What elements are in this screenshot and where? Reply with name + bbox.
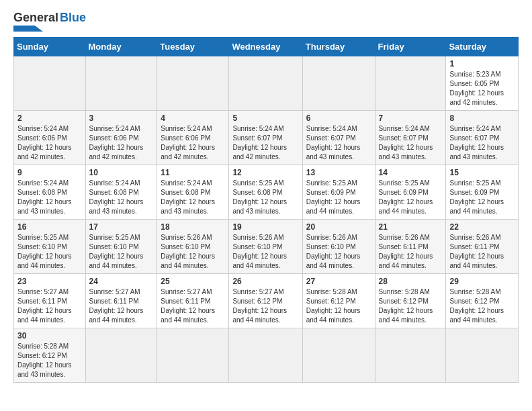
day-info: Sunrise: 5:23 AM Sunset: 6:05 PM Dayligh… [449,70,515,107]
calendar-cell: 15Sunrise: 5:25 AM Sunset: 6:09 PM Dayli… [446,165,519,220]
day-info: Sunrise: 5:27 AM Sunset: 6:11 PM Dayligh… [89,287,154,325]
day-number: 19 [232,222,298,232]
calendar-cell: 3Sunrise: 5:24 AM Sunset: 6:06 PM Daylig… [85,111,157,165]
weekday-header-row: SundayMondayTuesdayWednesdayThursdayFrid… [14,38,519,56]
calendar-cell: 22Sunrise: 5:26 AM Sunset: 6:11 PM Dayli… [446,220,519,274]
calendar-cell: 12Sunrise: 5:25 AM Sunset: 6:08 PM Dayli… [229,165,302,220]
weekday-header-thursday: Thursday [302,38,375,56]
calendar-cell [229,328,302,383]
calendar-cell [85,328,157,383]
calendar-cell: 30Sunrise: 5:28 AM Sunset: 6:12 PM Dayli… [14,328,86,383]
calendar-cell: 28Sunrise: 5:28 AM Sunset: 6:12 PM Dayli… [375,274,446,328]
calendar-cell: 25Sunrise: 5:27 AM Sunset: 6:11 PM Dayli… [157,274,229,328]
day-info: Sunrise: 5:24 AM Sunset: 6:07 PM Dayligh… [306,124,371,162]
day-info: Sunrise: 5:24 AM Sunset: 6:07 PM Dayligh… [232,124,298,162]
logo: General Blue [13,11,86,32]
calendar-cell: 24Sunrise: 5:27 AM Sunset: 6:11 PM Dayli… [85,274,157,328]
day-info: Sunrise: 5:25 AM Sunset: 6:09 PM Dayligh… [449,179,515,216]
day-info: Sunrise: 5:24 AM Sunset: 6:06 PM Dayligh… [17,124,82,162]
day-number: 15 [449,168,515,177]
calendar-cell: 29Sunrise: 5:28 AM Sunset: 6:12 PM Dayli… [446,274,519,328]
day-number: 24 [89,277,154,286]
weekday-header-sunday: Sunday [14,38,86,56]
calendar-cell: 9Sunrise: 5:24 AM Sunset: 6:08 PM Daylig… [14,165,86,220]
day-number: 1 [449,59,515,68]
calendar-cell: 23Sunrise: 5:27 AM Sunset: 6:11 PM Dayli… [14,274,86,328]
calendar-cell: 17Sunrise: 5:25 AM Sunset: 6:10 PM Dayli… [85,220,157,274]
day-number: 2 [17,113,82,123]
calendar-cell: 4Sunrise: 5:24 AM Sunset: 6:06 PM Daylig… [157,111,229,165]
day-number: 18 [161,222,225,232]
day-info: Sunrise: 5:27 AM Sunset: 6:11 PM Dayligh… [17,287,82,325]
day-number: 4 [161,113,225,123]
weekday-header-friday: Friday [375,38,446,56]
day-number: 14 [379,168,443,177]
day-number: 8 [449,113,515,123]
day-info: Sunrise: 5:26 AM Sunset: 6:10 PM Dayligh… [232,233,298,271]
day-number: 22 [449,222,515,232]
day-info: Sunrise: 5:24 AM Sunset: 6:07 PM Dayligh… [449,124,515,162]
day-info: Sunrise: 5:25 AM Sunset: 6:10 PM Dayligh… [89,233,154,271]
day-number: 25 [161,277,225,286]
day-number: 13 [306,168,371,177]
calendar-cell: 11Sunrise: 5:24 AM Sunset: 6:08 PM Dayli… [157,165,229,220]
logo-shape [13,26,43,32]
day-number: 16 [17,222,82,232]
day-info: Sunrise: 5:28 AM Sunset: 6:12 PM Dayligh… [17,342,82,379]
day-number: 27 [306,277,371,286]
day-info: Sunrise: 5:26 AM Sunset: 6:11 PM Dayligh… [379,233,443,271]
weekday-header-saturday: Saturday [446,38,519,56]
day-number: 30 [17,331,82,340]
calendar-week-row: 23Sunrise: 5:27 AM Sunset: 6:11 PM Dayli… [14,274,519,328]
day-number: 7 [379,113,443,123]
day-number: 5 [232,113,298,123]
day-number: 6 [306,113,371,123]
calendar-cell: 13Sunrise: 5:25 AM Sunset: 6:09 PM Dayli… [302,165,375,220]
calendar-cell: 2Sunrise: 5:24 AM Sunset: 6:06 PM Daylig… [14,111,86,165]
day-info: Sunrise: 5:24 AM Sunset: 6:08 PM Dayligh… [161,179,225,216]
calendar-cell [14,56,86,111]
page-header: General Blue [13,11,519,32]
calendar-cell [157,56,229,111]
calendar-cell: 27Sunrise: 5:28 AM Sunset: 6:12 PM Dayli… [302,274,375,328]
calendar-table: SundayMondayTuesdayWednesdayThursdayFrid… [13,37,519,383]
logo-blue-text: Blue [60,11,86,25]
calendar-cell: 7Sunrise: 5:24 AM Sunset: 6:07 PM Daylig… [375,111,446,165]
calendar-week-row: 16Sunrise: 5:25 AM Sunset: 6:10 PM Dayli… [14,220,519,274]
weekday-header-wednesday: Wednesday [229,38,302,56]
weekday-header-monday: Monday [85,38,157,56]
calendar-week-row: 30Sunrise: 5:28 AM Sunset: 6:12 PM Dayli… [14,328,519,383]
calendar-cell: 18Sunrise: 5:26 AM Sunset: 6:10 PM Dayli… [157,220,229,274]
day-info: Sunrise: 5:28 AM Sunset: 6:12 PM Dayligh… [379,287,443,325]
calendar-cell [157,328,229,383]
calendar-week-row: 9Sunrise: 5:24 AM Sunset: 6:08 PM Daylig… [14,165,519,220]
weekday-header-tuesday: Tuesday [157,38,229,56]
day-info: Sunrise: 5:27 AM Sunset: 6:12 PM Dayligh… [232,287,298,325]
day-info: Sunrise: 5:26 AM Sunset: 6:11 PM Dayligh… [449,233,515,271]
calendar-cell: 10Sunrise: 5:24 AM Sunset: 6:08 PM Dayli… [85,165,157,220]
day-info: Sunrise: 5:24 AM Sunset: 6:06 PM Dayligh… [161,124,225,162]
day-info: Sunrise: 5:25 AM Sunset: 6:09 PM Dayligh… [306,179,371,216]
calendar-cell [85,56,157,111]
day-info: Sunrise: 5:27 AM Sunset: 6:11 PM Dayligh… [161,287,225,325]
calendar-cell: 6Sunrise: 5:24 AM Sunset: 6:07 PM Daylig… [302,111,375,165]
calendar-cell: 8Sunrise: 5:24 AM Sunset: 6:07 PM Daylig… [446,111,519,165]
calendar-week-row: 1Sunrise: 5:23 AM Sunset: 6:05 PM Daylig… [14,56,519,111]
calendar-cell [446,328,519,383]
day-info: Sunrise: 5:24 AM Sunset: 6:08 PM Dayligh… [89,179,154,216]
day-number: 23 [17,277,82,286]
day-number: 21 [379,222,443,232]
calendar-cell: 5Sunrise: 5:24 AM Sunset: 6:07 PM Daylig… [229,111,302,165]
day-number: 28 [379,277,443,286]
day-number: 9 [17,168,82,177]
calendar-cell: 14Sunrise: 5:25 AM Sunset: 6:09 PM Dayli… [375,165,446,220]
day-number: 29 [449,277,515,286]
calendar-cell [375,56,446,111]
calendar-cell [375,328,446,383]
day-number: 11 [161,168,225,177]
logo-general-text: General [13,11,58,25]
day-info: Sunrise: 5:26 AM Sunset: 6:10 PM Dayligh… [306,233,371,271]
day-info: Sunrise: 5:24 AM Sunset: 6:06 PM Dayligh… [89,124,154,162]
day-number: 10 [89,168,154,177]
day-number: 26 [232,277,298,286]
